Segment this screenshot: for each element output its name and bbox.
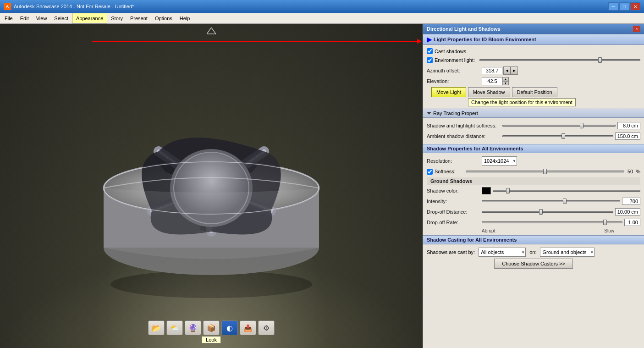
softness-value: 50 (627, 169, 633, 174)
ambient-shadow-row: Ambient shadow distance: 150.0 cm (427, 132, 640, 141)
viewport[interactable]: 📂 ⛅ 🔮 📦 ◐ 📤 ⚙ Look (0, 24, 423, 348)
minimize-button[interactable]: ─ (608, 2, 618, 11)
dropoff-rate-label: Drop-off Rate: (427, 220, 482, 225)
dropoff-distance-slider[interactable] (482, 211, 613, 213)
resolution-select[interactable]: 512x512 1024x1024 2048x2048 4096x4096 (482, 156, 517, 166)
window-controls[interactable]: ─ □ ✕ (608, 2, 640, 11)
on-label: on: (529, 249, 536, 255)
elevation-up-button[interactable]: ▲ (502, 77, 509, 81)
settings-button[interactable]: ⚙ (258, 320, 275, 335)
svg-marker-2 (207, 28, 216, 34)
softness-label: Softness: (435, 169, 456, 174)
intensity-label: Intensity: (427, 199, 482, 204)
shadow-softness-slider[interactable] (502, 125, 616, 127)
cast-by-select[interactable]: All objects Selected objects No objects (479, 248, 526, 257)
environment-light-slider[interactable] (479, 59, 640, 61)
shadow-casting-title: Shadow Casting for All Environments (427, 237, 517, 243)
menu-options[interactable]: Options (151, 13, 176, 23)
environment-light-checkbox[interactable] (427, 57, 433, 63)
material-button[interactable]: 🔮 (185, 320, 201, 335)
close-button[interactable]: ✕ (630, 2, 640, 11)
elevation-down-button[interactable]: ▼ (502, 81, 509, 85)
shadow-casting-header: Shadow Casting for All Environments (423, 235, 644, 244)
shadow-casting-content: Shadows are cast by: All objects Selecte… (423, 244, 644, 272)
menu-select[interactable]: Select (50, 13, 72, 23)
resolution-label: Resolution: (427, 158, 482, 164)
ambient-shadow-slider[interactable] (502, 135, 613, 137)
on-select[interactable]: Ground and objects Ground only Objects o… (540, 248, 594, 257)
panel-title-bar: Directional Light and Shadows × (423, 24, 644, 34)
azimuth-next-button[interactable]: ► (511, 66, 518, 75)
svg-marker-1 (417, 39, 422, 44)
shadow-properties-content: Resolution: 512x512 1024x1024 2048x2048 … (423, 153, 644, 235)
menu-edit[interactable]: Edit (17, 13, 33, 23)
move-light-tooltip: Change the light position for this envir… (468, 98, 576, 106)
resolution-row: Resolution: 512x512 1024x1024 2048x2048 … (427, 156, 640, 166)
move-light-button[interactable]: Move Light (431, 87, 466, 97)
intensity-slider[interactable] (482, 200, 620, 202)
softness-checkbox[interactable] (427, 169, 433, 175)
softness-slider[interactable] (466, 171, 624, 172)
shadow-properties-header: Shadow Properties for All Environments (423, 144, 644, 153)
azimuth-row: Azimuth offset: ◄ ► (427, 66, 640, 75)
dropoff-distance-label: Drop-off Distance: (427, 209, 482, 215)
environment-button[interactable]: ⛅ (166, 320, 183, 335)
azimuth-prev-button[interactable]: ◄ (503, 66, 511, 75)
ray-tracing-content: Shadow and highlight softness: 8.0 cm Am… (423, 118, 644, 144)
maximize-button[interactable]: □ (619, 2, 629, 11)
move-shadow-button[interactable]: Move Shadow (468, 87, 510, 97)
panel-close-button[interactable]: × (633, 26, 640, 32)
cast-shadows-checkbox[interactable] (427, 48, 433, 54)
choose-shadow-casters-button[interactable]: Choose Shadow Casters >> (494, 259, 573, 269)
title-bar: A Autodesk Showcase 2014 - Not For Resal… (0, 0, 644, 13)
elevation-spinner: ▲ ▼ (482, 77, 509, 85)
azimuth-label: Azimuth offset: (427, 68, 482, 73)
menu-file[interactable]: File (1, 13, 17, 23)
ambient-shadow-value: 150.0 cm (615, 133, 640, 140)
shadow-color-slider[interactable] (493, 190, 640, 192)
action-buttons-row: Move Light Move Shadow Default Position … (431, 87, 640, 97)
environment-light-row: Environment light: (427, 55, 640, 65)
elevation-input[interactable] (482, 77, 502, 85)
ray-tracing-label: Ray Tracing Propert (433, 110, 478, 116)
display-button[interactable]: ◐ (221, 320, 238, 335)
menu-appearance[interactable]: Appearance (72, 13, 107, 23)
intensity-row: Intensity: 700 (427, 197, 640, 206)
light-properties-header: ▶ Light Properties for ID Bloom Environm… (423, 34, 644, 45)
ambient-shadow-label: Ambient shadow distance: (427, 133, 502, 139)
collapse-triangle-icon (427, 112, 431, 115)
shadow-properties-title: Shadow Properties for All Environments (427, 146, 523, 151)
elevation-row: Elevation: ▲ ▼ (427, 77, 640, 86)
menu-help[interactable]: Help (176, 13, 194, 23)
shadow-softness-value: 8.0 cm (617, 122, 640, 129)
shadows-cast-row: Shadows are cast by: All objects Selecte… (427, 248, 640, 257)
export-button[interactable]: 📤 (240, 320, 256, 335)
top-indicator (207, 28, 216, 35)
main-layout: 📂 ⛅ 🔮 📦 ◐ 📤 ⚙ Look Directional Light and… (0, 24, 644, 348)
ray-tracing-section-header[interactable]: Ray Tracing Propert (423, 109, 644, 118)
azimuth-input[interactable] (482, 67, 502, 74)
softness-percent: % (636, 169, 640, 174)
direction-arrow (92, 37, 422, 46)
shadows-cast-label: Shadows are cast by: (427, 249, 475, 255)
open-button[interactable]: 📂 (148, 320, 165, 335)
ground-shadows-label: Ground Shadows (430, 178, 472, 184)
shadow-color-label: Shadow color: (427, 188, 482, 193)
cast-shadows-label: Cast shadows (435, 49, 466, 54)
3d-model-viewport (74, 87, 349, 307)
object-button[interactable]: 📦 (203, 320, 220, 335)
intensity-value: 700 (622, 198, 640, 205)
arrow-icon: ▶ (427, 36, 432, 43)
shadow-softness-row: Shadow and highlight softness: 8.0 cm (427, 121, 640, 130)
slow-label: Slow (604, 228, 614, 233)
menu-present[interactable]: Present (127, 13, 151, 23)
dropoff-rate-slider[interactable] (482, 221, 622, 223)
softness-row: Softness: 50 % (427, 167, 640, 176)
shadow-softness-label: Shadow and highlight softness: (427, 123, 502, 128)
shadow-color-swatch[interactable] (482, 187, 491, 194)
menu-story[interactable]: Story (107, 13, 127, 23)
cast-shadows-row: Cast shadows (427, 48, 640, 54)
menu-view[interactable]: View (33, 13, 51, 23)
default-position-button[interactable]: Default Position (512, 87, 557, 97)
dropoff-distance-value: 10.00 cm (615, 208, 640, 215)
